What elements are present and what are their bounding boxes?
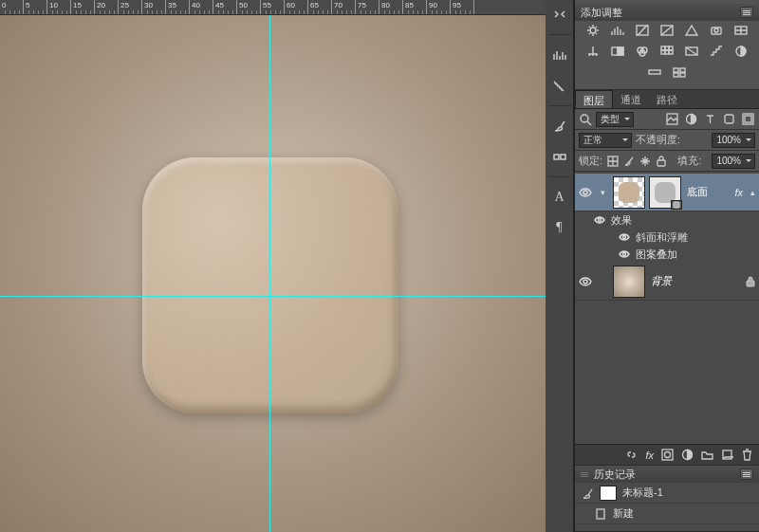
color-balance-icon[interactable] [584,44,602,59]
adjustments-panel: 添加调整 [575,0,759,90]
collapsed-panels-strip: A ¶ [546,0,574,532]
black-white-icon[interactable] [609,44,626,59]
character-panel-icon[interactable]: A [549,187,570,208]
vibrance-icon[interactable] [683,23,700,38]
threshold-icon[interactable] [732,44,750,59]
vector-mask-badge-icon [671,200,682,210]
layer-row[interactable]: ▾ 底面 fx ▴ [575,174,759,211]
layer-thumbnail[interactable] [613,266,645,298]
swatches-icon[interactable] [549,146,570,167]
svg-rect-41 [662,449,673,460]
filter-type-icon[interactable] [702,112,717,127]
svg-point-38 [623,253,626,256]
visibility-toggle-icon[interactable] [594,214,607,226]
svg-rect-9 [618,47,623,55]
fx-indicator[interactable]: fx [734,187,743,198]
search-icon[interactable] [579,113,592,126]
effect-name: 斜面和浮雕 [636,230,688,245]
filter-adjustment-icon[interactable] [683,112,698,127]
fill-value[interactable]: 100% [712,154,755,169]
lock-all-icon[interactable] [656,156,667,167]
svg-rect-0 [554,155,559,159]
selective-color-icon[interactable] [671,64,688,80]
paragraph-panel-icon[interactable]: ¶ [549,217,570,238]
blend-mode-select[interactable]: 正常 [579,133,632,148]
svg-point-39 [583,280,587,284]
svg-rect-18 [669,50,673,54]
flyout-menu-icon[interactable] [740,468,753,480]
canvas-area[interactable] [0,15,546,532]
visibility-toggle-icon[interactable] [579,275,592,288]
layers-footer: fx [575,444,759,465]
svg-point-42 [665,452,671,458]
tab-channels[interactable]: 通道 [613,90,649,108]
history-snapshot-row[interactable]: 未标题-1 [575,483,759,504]
lock-pixels-icon[interactable] [623,156,635,167]
color-lookup-icon[interactable] [658,44,676,59]
posterize-icon[interactable] [708,44,725,59]
layers-tabs: 图层 通道 路径 [575,90,759,109]
vector-mask-thumbnail[interactable] [649,176,681,209]
layer-thumbnail[interactable] [613,176,645,209]
effect-row[interactable]: 图案叠加 [575,246,759,263]
history-title: 历史记录 [594,468,636,482]
visibility-toggle-icon[interactable] [619,248,632,260]
svg-rect-31 [745,116,751,122]
effects-header-row[interactable]: 效果 [575,211,759,229]
flyout-menu-icon[interactable] [740,7,753,18]
lock-icon [746,276,755,287]
fx-collapse-icon[interactable]: ▴ [750,188,755,197]
ruler-icon[interactable] [549,75,570,96]
gradient-map-icon[interactable] [646,64,663,80]
filter-shape-icon[interactable] [721,112,736,127]
guide-vertical[interactable] [269,15,270,532]
layer-name[interactable]: 背景 [651,274,740,288]
channel-mixer-icon[interactable] [634,44,651,59]
lock-position-icon[interactable] [639,156,651,167]
svg-point-37 [623,236,626,239]
exposure-icon[interactable] [658,23,676,38]
blend-mode-row: 正常 不透明度: 100% [575,130,759,151]
invert-icon[interactable] [683,44,700,59]
svg-point-26 [581,115,588,122]
brush-icon[interactable] [549,116,570,137]
new-group-icon[interactable] [701,449,713,461]
expand-arrows-icon[interactable] [549,4,570,25]
svg-rect-21 [649,70,660,74]
histogram-icon[interactable] [549,45,570,65]
effect-row[interactable]: 斜面和浮雕 [575,229,759,246]
svg-rect-24 [674,73,678,77]
tab-paths[interactable]: 路径 [649,90,685,108]
levels-icon[interactable] [609,23,626,38]
svg-point-2 [590,28,596,33]
svg-rect-40 [747,281,754,286]
disclosure-icon[interactable]: ▾ [598,188,607,197]
photo-filter-icon[interactable] [708,23,725,38]
new-adjustment-icon[interactable] [681,449,694,461]
svg-rect-29 [725,115,733,123]
layer-style-button[interactable]: fx [645,449,654,461]
layer-row[interactable]: 背景 [575,263,759,301]
layers-panel: 图层 通道 路径 类型 正常 不透明度: [575,90,759,466]
visibility-toggle-icon[interactable] [619,231,632,243]
effects-label: 效果 [611,213,632,228]
history-state-row[interactable]: 新建 [575,504,759,524]
filter-smart-icon[interactable] [740,112,755,127]
opacity-value[interactable]: 100% [712,133,755,148]
hue-sat-icon[interactable] [732,23,750,38]
link-layers-icon[interactable] [625,449,638,461]
svg-rect-45 [597,509,604,519]
layer-name[interactable]: 底面 [687,185,729,199]
brightness-contrast-icon[interactable] [584,23,602,38]
opacity-label: 不透明度: [636,133,680,147]
delete-layer-icon[interactable] [741,449,753,461]
filter-pixel-icon[interactable] [664,112,679,127]
lock-transparency-icon[interactable] [607,156,619,167]
guide-horizontal[interactable] [0,296,546,297]
tab-layers[interactable]: 图层 [575,90,613,108]
curves-icon[interactable] [634,23,651,38]
filter-kind-select[interactable]: 类型 [596,112,634,127]
new-layer-icon[interactable] [721,449,733,461]
add-mask-icon[interactable] [661,449,674,461]
visibility-toggle-icon[interactable] [579,186,592,199]
